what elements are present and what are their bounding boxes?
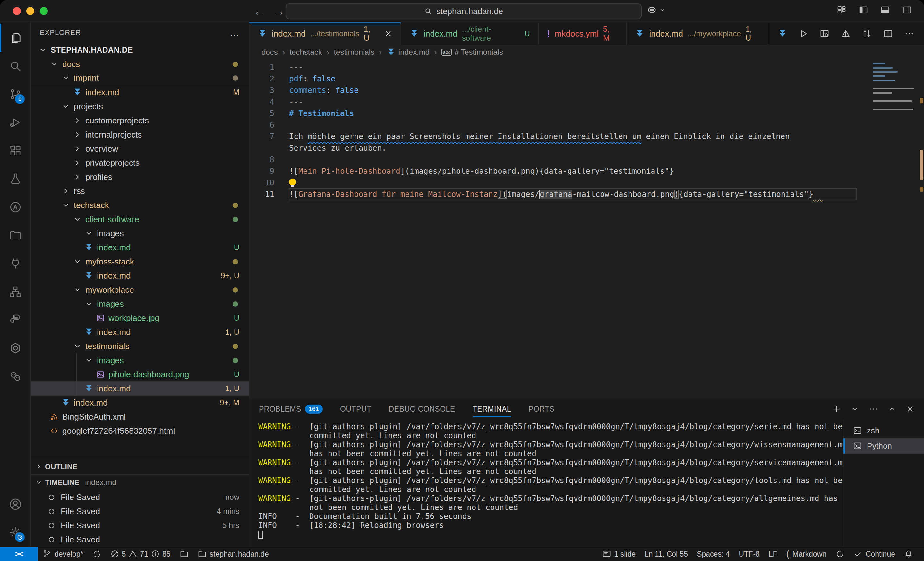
tree-file-index-md[interactable]: index.mdU [31, 241, 249, 254]
panel-tab-output[interactable]: OUTPUT [340, 398, 372, 420]
tree-folder-overview[interactable]: overview [31, 142, 249, 156]
toggle-secondary-sidebar-icon[interactable] [902, 5, 912, 15]
timeline-header[interactable]: TIMELINE index.md [31, 475, 249, 490]
close-icon[interactable] [384, 30, 392, 38]
explorer-more-actions-icon[interactable]: … [230, 27, 240, 38]
timeline-item[interactable]: File Saved4 mins [31, 504, 249, 518]
tree-file-index-md[interactable]: index.md9+, M [31, 396, 249, 410]
status-indentation[interactable]: Spaces: 4 [692, 547, 734, 561]
outline-header[interactable]: OUTLINE [31, 459, 249, 474]
close-window-button[interactable] [13, 7, 21, 15]
tree-folder-profiles[interactable]: profiles [31, 170, 249, 184]
activity-item-extensions[interactable] [0, 136, 30, 165]
tree-folder-client-software[interactable]: client-software [31, 212, 249, 226]
breadcrumb-item[interactable]: techstack [290, 48, 322, 57]
back-icon[interactable]: ← [254, 4, 265, 18]
open-preview-icon[interactable] [819, 28, 830, 39]
panel-tab-terminal[interactable]: TERMINAL [472, 398, 511, 420]
minimap[interactable] [873, 63, 915, 110]
code-editor[interactable]: 1---2pdf: false3comments: false4---5# Te… [249, 60, 924, 398]
status-workspace[interactable]: stephan.hadan.de [193, 547, 273, 561]
markdown-file-icon[interactable] [778, 29, 788, 39]
breadcrumb-item[interactable]: index.md [386, 48, 430, 57]
tree-folder-testimonials[interactable]: testimonials [31, 339, 249, 353]
switch-editors-icon[interactable] [862, 28, 872, 39]
code-line[interactable]: 2pdf: false [249, 73, 924, 85]
activity-item-hexagon[interactable] [0, 334, 30, 362]
tree-folder-internalprojects[interactable]: internalprojects [31, 127, 249, 142]
tree-folder-myworkplace[interactable]: myworkplace [31, 283, 249, 297]
tree-file-index-md[interactable]: index.md1, U [31, 325, 249, 339]
activity-item-letter-a[interactable] [0, 193, 30, 221]
tree-file-index-md[interactable]: index.mdM [31, 85, 249, 99]
activity-item-python[interactable] [0, 306, 30, 334]
terminal-instance-zsh[interactable]: zsh [843, 423, 924, 438]
toggle-panel-icon[interactable] [880, 5, 890, 15]
code-line[interactable]: 10 [249, 177, 924, 188]
status-cursor-position[interactable]: Ln 11, Col 55 [640, 547, 692, 561]
tab-index-md[interactable]: index.md.../myworkplace1, U [627, 22, 768, 45]
code-line[interactable]: 4--- [249, 96, 924, 108]
code-line[interactable]: 7Ich möchte gerne ein paar Screenshots m… [249, 131, 924, 142]
tree-file-googlef727264f56832057-html[interactable]: googlef727264f56832057.html [31, 424, 249, 438]
tree-folder-stephan-hadan-de[interactable]: STEPHAN.HADAN.DE [31, 43, 249, 57]
activity-item-org-chart[interactable] [0, 278, 30, 306]
activity-item-project-manager[interactable] [0, 221, 30, 250]
activity-item-search[interactable] [0, 52, 30, 80]
code-line[interactable]: 11![Grafana-Dashboard für meine Mailcow-… [249, 188, 924, 200]
tree-file-index-md[interactable]: index.md9+, U [31, 269, 249, 283]
tree-file-index-md[interactable]: index.md1, U [31, 381, 249, 396]
tree-folder-privateprojects[interactable]: privateprojects [31, 156, 249, 170]
activity-item-settings[interactable] [0, 518, 30, 547]
status-folder-shortcut[interactable] [175, 547, 193, 561]
tree-folder-images[interactable]: images [31, 297, 249, 311]
close-panel-icon[interactable] [906, 405, 914, 413]
tree-file-bingsiteauth-xml[interactable]: BingSiteAuth.xml [31, 410, 249, 424]
tree-folder-myfoss-stack[interactable]: myfoss-stack [31, 254, 249, 269]
tree-file-pihole-dashboard-png[interactable]: pihole-dashboard.pngU [31, 367, 249, 381]
markdown-preview-icon[interactable] [841, 28, 851, 39]
tree-folder-rss[interactable]: rss [31, 184, 249, 198]
code-line[interactable]: 3comments: false [249, 85, 924, 96]
launch-profile-icon[interactable] [851, 405, 858, 413]
status-language-mode[interactable]: (Markdown [782, 547, 831, 561]
tree-file-workplace-jpg[interactable]: workplace.jpgU [31, 311, 249, 325]
code-line[interactable]: 1--- [249, 61, 924, 73]
breadcrumb-item[interactable]: testimonials [334, 48, 374, 57]
more-icon[interactable] [868, 404, 879, 414]
timeline-item[interactable]: File Saved5 hrs [31, 518, 249, 533]
copilot-menu[interactable] [646, 4, 665, 15]
breadcrumb-item[interactable]: docs [261, 48, 278, 57]
activity-item-explorer[interactable] [0, 24, 30, 52]
activity-item-faces[interactable] [0, 362, 30, 390]
tab-mkdocs-yml[interactable]: !mkdocs.yml5, M [538, 22, 627, 45]
tree-folder-techstack[interactable]: techstack [31, 198, 249, 212]
status-notifications[interactable] [900, 547, 918, 561]
status-problems[interactable]: 57185 [106, 547, 175, 561]
activity-item-source-control[interactable]: 9 [0, 80, 30, 108]
zoom-window-button[interactable] [40, 7, 48, 15]
code-line[interactable]: 8 [249, 154, 924, 165]
panel-tab-problems[interactable]: PROBLEMS161 [259, 398, 323, 420]
maximize-panel-icon[interactable] [888, 405, 896, 413]
new-terminal-icon[interactable] [832, 404, 841, 414]
run-icon[interactable] [798, 28, 808, 39]
status-continue[interactable]: Continue [849, 547, 900, 561]
tree-folder-projects[interactable]: projects [31, 99, 249, 114]
overview-ruler[interactable] [919, 60, 924, 398]
tab-index-md[interactable]: index.md.../testimonials1, U [249, 22, 401, 45]
timeline-item[interactable]: File Saved [31, 533, 249, 547]
status-remote-indicator[interactable]: >< [0, 547, 38, 561]
activity-item-run-debug[interactable] [0, 108, 30, 136]
tree-folder-docs[interactable]: docs [31, 57, 249, 71]
lightbulb-icon[interactable] [289, 178, 296, 186]
status-spinner[interactable] [831, 547, 849, 561]
status-marp-slides[interactable]: 1 slide [598, 547, 640, 561]
timeline-item[interactable]: File Savednow [31, 490, 249, 504]
split-editor-icon[interactable] [883, 28, 893, 39]
tree-folder-images[interactable]: images [31, 226, 249, 241]
status-sync[interactable] [88, 547, 106, 561]
tree-folder-customerprojects[interactable]: customerprojects [31, 114, 249, 127]
minimize-window-button[interactable] [26, 7, 34, 15]
command-center-search[interactable]: stephan.hadan.de [285, 3, 642, 19]
